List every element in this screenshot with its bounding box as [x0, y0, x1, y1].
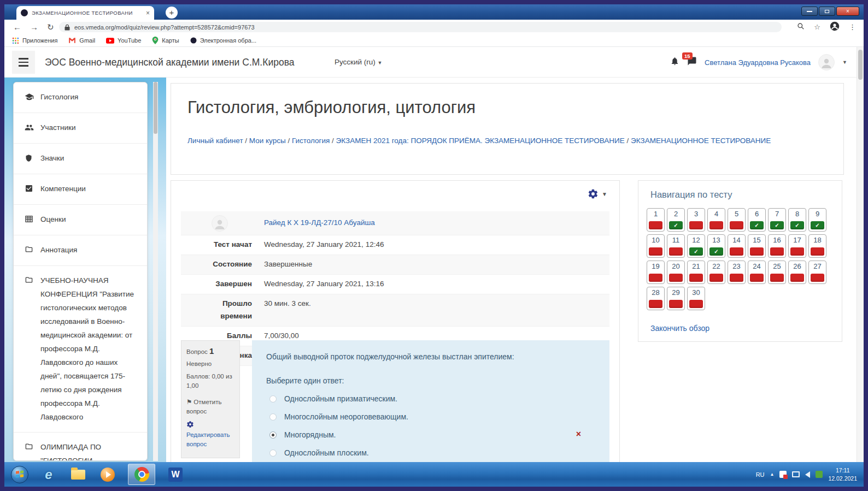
sidebar-item[interactable]: Значки	[14, 144, 147, 174]
question-nav-button[interactable]: 17	[788, 234, 806, 258]
student-name-link[interactable]: Райед К Х 19-ЛД-27/10 Абуайша	[264, 218, 375, 227]
radio-button[interactable]	[269, 413, 277, 421]
breadcrumb-link[interactable]: Личный кабинет	[187, 137, 243, 145]
breadcrumb-link[interactable]: Гистология	[292, 137, 330, 145]
question-nav-button[interactable]: 4	[707, 208, 725, 232]
breadcrumb-link[interactable]: ЭКЗАМЕНАЦИОННОЕ ТЕСТИРОВАНИЕ	[631, 137, 771, 145]
question-nav-button[interactable]: 6✓	[748, 208, 766, 232]
question-nav-button[interactable]: 1	[647, 208, 665, 232]
tray-expand-icon[interactable]: ▲	[770, 472, 775, 477]
question-nav-button[interactable]: 2✓	[667, 208, 685, 232]
network-icon[interactable]	[792, 471, 800, 477]
bookmark-item[interactable]: Gmail	[68, 37, 95, 44]
tab-close-icon[interactable]: ×	[146, 9, 150, 17]
notifications-bell-icon[interactable]	[670, 56, 679, 68]
table-row: Райед К Х 19-ЛД-27/10 Абуайша	[181, 211, 609, 235]
action-center-icon[interactable]	[779, 471, 787, 478]
question-nav-button[interactable]: 27	[808, 261, 826, 284]
answer-option[interactable]: Однослойным призматическим.	[266, 394, 595, 403]
hamburger-menu-button[interactable]	[12, 51, 35, 74]
window-minimize-button[interactable]	[801, 7, 818, 16]
question-nav-button[interactable]: 16	[768, 234, 786, 258]
chrome-taskbar-button[interactable]	[128, 464, 155, 485]
language-selector[interactable]: Русский (ru) ▼	[335, 47, 383, 78]
bookmark-item[interactable]: Карты	[152, 37, 179, 44]
question-nav-button[interactable]: 7✓	[768, 208, 786, 232]
sidebar-item[interactable]: ОЛИМПИАДА ПО "ГИСТОЛОГИИ, ЭМБРИОЛОГИИ,	[14, 433, 147, 461]
messages-icon[interactable]: 15	[687, 56, 697, 68]
sidebar-item[interactable]: Участники	[14, 113, 147, 144]
file-explorer-icon[interactable]	[69, 465, 87, 484]
sidebar-item[interactable]: УЧЕБНО-НАУЧНАЯ КОНФЕРЕНЦИЯ "Развитие гис…	[14, 266, 147, 433]
radio-button[interactable]	[269, 449, 277, 457]
question-nav-button[interactable]: 9✓	[808, 208, 826, 232]
sidebar-item[interactable]: Оценки	[14, 205, 147, 235]
question-nav-button[interactable]: 10	[647, 234, 665, 258]
user-avatar[interactable]	[818, 54, 835, 70]
media-player-icon[interactable]	[98, 465, 117, 484]
question-nav-button[interactable]: 22	[707, 261, 725, 284]
question-nav-button[interactable]: 19	[647, 261, 665, 284]
radio-button[interactable]	[269, 395, 277, 403]
browser-tab[interactable]: ЭКЗАМЕНАЦИОННОЕ ТЕСТИРОВАНИЕ ×	[16, 6, 154, 20]
browser-menu-icon[interactable]: ⋮	[849, 23, 856, 31]
question-nav-button[interactable]: 21	[687, 261, 705, 284]
answer-option[interactable]: Многослойным неороговевающим.	[266, 412, 595, 421]
question-nav-button[interactable]: 12✓	[687, 234, 705, 258]
question-nav-button[interactable]: 18	[808, 234, 826, 258]
breadcrumb-link[interactable]: Мои курсы	[249, 137, 286, 145]
finish-review-link[interactable]: Закончить обзор	[650, 324, 709, 333]
question-nav-button[interactable]: 24	[748, 261, 766, 284]
profile-icon[interactable]	[830, 21, 840, 33]
question-nav-button[interactable]: 25	[768, 261, 786, 284]
question-nav-button[interactable]: 26	[788, 261, 806, 284]
question-nav-button[interactable]: 14	[728, 234, 746, 258]
bookmark-item[interactable]: Приложения	[12, 37, 57, 44]
question-nav-button[interactable]: 5	[728, 208, 746, 232]
sidebar-item[interactable]: Компетенции	[14, 174, 147, 205]
question-nav-button[interactable]: 13✓	[707, 234, 725, 258]
question-nav-button[interactable]: 29	[667, 287, 685, 310]
question-nav-button[interactable]: 23	[728, 261, 746, 284]
answer-option[interactable]: Многорядным.×	[266, 430, 595, 439]
new-tab-button[interactable]: +	[166, 7, 178, 19]
forward-button[interactable]: →	[30, 22, 38, 32]
taskbar-clock[interactable]: 17:11 12.02.2021	[828, 466, 859, 482]
user-menu-caret-icon[interactable]: ▼	[842, 60, 847, 65]
keyboard-language-indicator[interactable]: RU	[756, 471, 765, 478]
flag-question-link[interactable]: ⚑Отметить вопрос	[186, 398, 234, 417]
quiz-settings-menu[interactable]: ▼	[588, 188, 607, 199]
word-icon[interactable]: W	[166, 465, 185, 484]
question-nav-button[interactable]: 8✓	[788, 208, 806, 232]
window-maximize-button[interactable]	[819, 7, 835, 16]
maps-icon	[152, 37, 159, 44]
zoom-icon[interactable]	[797, 22, 805, 32]
question-nav-button[interactable]: 3	[687, 208, 705, 232]
volume-icon[interactable]	[805, 471, 810, 478]
sidebar-item[interactable]: Аннотация	[14, 235, 147, 266]
address-bar[interactable]: eos.vmeda.org/mod/quiz/review.php?attemp…	[59, 22, 782, 32]
bookmark-item[interactable]: YouTube	[106, 37, 141, 44]
question-nav-button[interactable]: 20	[667, 261, 685, 284]
start-button[interactable]	[11, 466, 28, 483]
internet-explorer-icon[interactable]: e	[39, 465, 58, 484]
question-nav-button[interactable]: 15	[748, 234, 766, 258]
bookmark-item[interactable]: Электронная обра...	[190, 37, 256, 44]
answer-option[interactable]: Однослойным плоским.	[266, 448, 595, 457]
sidebar-item[interactable]: Гистология	[14, 82, 147, 113]
bookmark-star-icon[interactable]: ☆	[814, 23, 820, 31]
sidebar-scrollbar[interactable]	[153, 82, 158, 461]
breadcrumb-link[interactable]: ЭКЗАМЕН 2021 года: ПОРЯДОК ПРИЁМА. ЭКЗАМ…	[336, 137, 625, 145]
scrollbar-thumb[interactable]	[858, 50, 863, 80]
question-nav-button[interactable]: 11	[667, 234, 685, 258]
question-nav-button[interactable]: 28	[647, 287, 665, 310]
window-close-button[interactable]: ×	[836, 7, 859, 16]
edit-question-link[interactable]: Редактировать вопрос	[186, 430, 234, 449]
tray-app-icon[interactable]	[816, 471, 823, 478]
reload-button[interactable]: ↻	[47, 22, 54, 32]
question-nav-button[interactable]: 30	[687, 287, 705, 310]
radio-button[interactable]	[269, 431, 277, 439]
user-name-link[interactable]: Светлана Эдуардовна Русакова	[705, 58, 811, 67]
back-button[interactable]: ←	[13, 22, 21, 32]
page-scrollbar[interactable]	[857, 47, 864, 462]
